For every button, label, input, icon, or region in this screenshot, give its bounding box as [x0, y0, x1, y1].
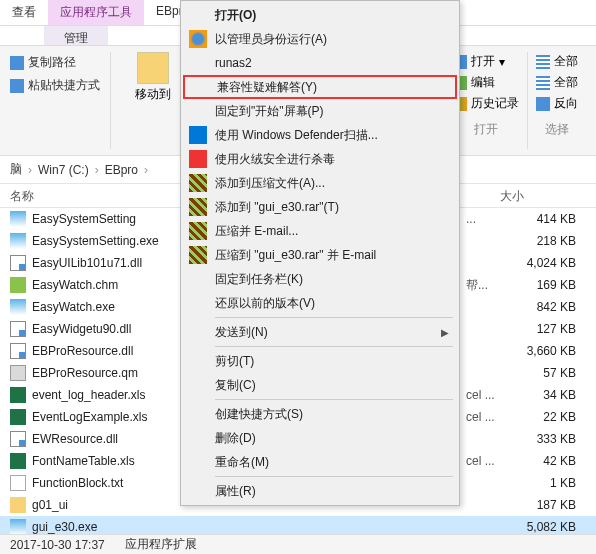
menu-label: 剪切(T) [215, 353, 254, 370]
def-icon [189, 126, 207, 144]
file-type-cut: cel ... [466, 410, 506, 424]
file-size: 5,082 KB [506, 520, 586, 534]
menu-label: runas2 [215, 56, 252, 70]
menu-item[interactable]: 固定到"开始"屏幕(P) [183, 99, 457, 123]
menu-item[interactable]: 复制(C) [183, 373, 457, 397]
fire-icon [189, 150, 207, 168]
file-size: 414 KB [506, 212, 586, 226]
shortcut-icon [10, 79, 24, 93]
move-to-button[interactable]: 移动到 [129, 52, 177, 149]
status-bar: 2017-10-30 17:37 应用程序扩展 [0, 534, 596, 554]
menu-item[interactable]: 压缩并 E-mail... [183, 219, 457, 243]
tab-manage[interactable]: 管理 [44, 26, 108, 45]
file-size: 42 KB [506, 454, 586, 468]
menu-label: 使用火绒安全进行杀毒 [215, 151, 335, 168]
file-size: 842 KB [506, 300, 586, 314]
file-icon [10, 299, 26, 315]
history-button[interactable]: 历史记录 [453, 94, 519, 113]
menu-item[interactable]: 使用 Windows Defender扫描... [183, 123, 457, 147]
open-button[interactable]: 打开 ▾ [453, 52, 519, 71]
file-icon [10, 211, 26, 227]
menu-item[interactable]: 添加到压缩文件(A)... [183, 171, 457, 195]
select-none[interactable]: 全部 [536, 73, 578, 92]
menu-label: 固定到"开始"屏幕(P) [215, 103, 324, 120]
menu-label: 复制(C) [215, 377, 256, 394]
copy-path[interactable]: 复制路径 [10, 52, 100, 73]
edit-button[interactable]: 编辑 [453, 73, 519, 92]
file-size: 4,024 KB [506, 256, 586, 270]
path-icon [10, 56, 24, 70]
menu-label: 使用 Windows Defender扫描... [215, 127, 378, 144]
shield-icon [189, 30, 207, 48]
tab-view[interactable]: 查看 [0, 0, 48, 25]
file-icon [10, 321, 26, 337]
file-size: 218 KB [506, 234, 586, 248]
menu-separator [215, 476, 453, 477]
menu-label: 固定到任务栏(K) [215, 271, 303, 288]
file-icon [10, 475, 26, 491]
menu-item[interactable]: 创建快捷方式(S) [183, 402, 457, 426]
file-icon [10, 409, 26, 425]
menu-label: 还原以前的版本(V) [215, 295, 315, 312]
menu-label: 属性(R) [215, 483, 256, 500]
file-icon [10, 365, 26, 381]
file-size: 34 KB [506, 388, 586, 402]
file-name: gui_e30.exe [32, 520, 466, 534]
menu-item[interactable]: runas2 [183, 51, 457, 75]
status-date: 2017-10-30 17:37 [10, 538, 105, 552]
menu-item[interactable]: 使用火绒安全进行杀毒 [183, 147, 457, 171]
chevron-right-icon: › [144, 163, 148, 177]
invert-selection[interactable]: 反向 [536, 94, 578, 113]
file-size: 1 KB [506, 476, 586, 490]
bc-drive[interactable]: Win7 (C:) [38, 163, 89, 177]
file-icon [10, 387, 26, 403]
menu-item[interactable]: 重命名(M) [183, 450, 457, 474]
menu-item[interactable]: 添加到 "gui_e30.rar"(T) [183, 195, 457, 219]
menu-item[interactable]: 删除(D) [183, 426, 457, 450]
rar-icon [189, 198, 207, 216]
grid-icon [536, 76, 550, 90]
menu-item[interactable]: 属性(R) [183, 479, 457, 503]
file-size: 333 KB [506, 432, 586, 446]
chevron-right-icon: ▶ [441, 327, 449, 338]
tab-apptools[interactable]: 应用程序工具 [48, 0, 144, 25]
select-all[interactable]: 全部 [536, 52, 578, 71]
file-size: 22 KB [506, 410, 586, 424]
file-size: 3,660 KB [506, 344, 586, 358]
rar-icon [189, 174, 207, 192]
file-size: 127 KB [506, 322, 586, 336]
menu-label: 兼容性疑难解答(Y) [217, 79, 317, 96]
menu-item[interactable]: 打开(O) [183, 3, 457, 27]
menu-label: 添加到 "gui_e30.rar"(T) [215, 199, 339, 216]
file-icon [10, 519, 26, 535]
menu-separator [215, 317, 453, 318]
paste-shortcut[interactable]: 粘贴快捷方式 [10, 75, 100, 96]
folder-move-icon [137, 52, 169, 84]
chevron-right-icon: › [28, 163, 32, 177]
menu-label: 以管理员身份运行(A) [215, 31, 327, 48]
menu-item[interactable]: 以管理员身份运行(A) [183, 27, 457, 51]
rar-icon [189, 222, 207, 240]
menu-item[interactable]: 兼容性疑难解答(Y) [183, 75, 457, 99]
col-size[interactable]: 大小 [490, 184, 534, 207]
menu-item[interactable]: 剪切(T) [183, 349, 457, 373]
bc-pc[interactable]: 脑 [10, 161, 22, 178]
bc-folder[interactable]: EBpro [105, 163, 138, 177]
select-group-label: 选择 [536, 121, 578, 138]
menu-item[interactable]: 压缩到 "gui_e30.rar" 并 E-mail [183, 243, 457, 267]
file-icon [10, 255, 26, 271]
file-icon [10, 431, 26, 447]
menu-label: 压缩并 E-mail... [215, 223, 298, 240]
file-type-cut: cel ... [466, 454, 506, 468]
grid-icon [536, 55, 550, 69]
menu-item[interactable]: 固定到任务栏(K) [183, 267, 457, 291]
menu-item[interactable]: 发送到(N)▶ [183, 320, 457, 344]
open-group-label: 打开 [453, 121, 519, 138]
menu-separator [215, 346, 453, 347]
menu-item[interactable]: 还原以前的版本(V) [183, 291, 457, 315]
file-type-cut: 帮... [466, 277, 506, 294]
file-icon [10, 497, 26, 513]
file-type-cut: ... [466, 212, 506, 226]
menu-separator [215, 399, 453, 400]
rar-icon [189, 246, 207, 264]
